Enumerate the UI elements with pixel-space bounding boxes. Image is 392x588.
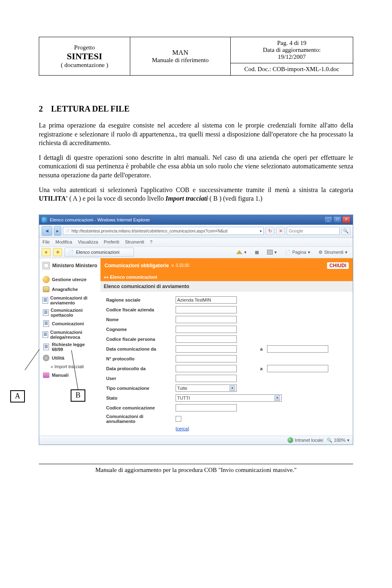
label-tipo: Tipo comunicazione	[105, 383, 174, 393]
menu-view[interactable]: Visualizza	[78, 239, 98, 244]
menu-help[interactable]: ?	[150, 239, 152, 244]
doc-icon	[43, 320, 49, 327]
cerca-link[interactable]: [cerca]	[176, 426, 189, 431]
section-title: 2LETTURA DEL FILE	[39, 104, 353, 114]
search-form: Ragione socialeAzienda TestMIN Codice fi…	[100, 292, 353, 436]
nav-row: ◄ ▸ 📄 http://testsintesi.provincia.milan…	[39, 225, 353, 238]
sidebar-sub-import-tracciati[interactable]: » Import tracciati	[41, 363, 99, 370]
sidebar-item-comunicazioni[interactable]: Comunicazioni	[41, 319, 99, 329]
book-icon	[43, 286, 49, 292]
input-cfa[interactable]	[176, 306, 237, 313]
feeds-button[interactable]: ▦	[252, 248, 262, 256]
label-ragione: Ragione sociale	[105, 295, 174, 305]
label-user: User	[105, 373, 174, 383]
page-footer: Manuale di aggiornamento per la procedur…	[39, 464, 353, 474]
doc-icon	[42, 297, 48, 304]
sidebar-item-richieste-6899[interactable]: Richieste legge 68/99	[41, 341, 99, 353]
section-number: 2	[39, 104, 43, 113]
print-button[interactable]: ▾	[264, 248, 280, 256]
doc-icon	[43, 344, 49, 350]
checkbox-ann[interactable]	[176, 416, 181, 422]
search-box[interactable]: Google	[287, 227, 340, 235]
man: MAN	[134, 49, 226, 57]
zoom-value: 100%	[334, 438, 345, 443]
label-ann: Comunicazioni di annullamento	[105, 413, 174, 425]
label-cfp: Codice fiscale persona	[105, 334, 174, 344]
section-name: LETTURA DEL FILE	[51, 104, 129, 113]
refresh-button[interactable]: ↻	[265, 227, 274, 235]
menu-file[interactable]: File	[42, 239, 50, 244]
doc-icon	[42, 331, 48, 338]
page-menu[interactable]: 📄Pagina▾	[282, 248, 313, 256]
zone-label: Intranet locale	[295, 438, 323, 443]
app-header: Ministero Ministero Comunicazioni obblig…	[39, 258, 353, 273]
menu-edit[interactable]: Modifica	[56, 239, 72, 244]
input-nprot[interactable]	[176, 355, 237, 362]
update-date: 19/12/2007	[235, 54, 349, 60]
gear-icon	[43, 355, 49, 361]
search-button[interactable]: 🔍	[341, 227, 350, 235]
input-data-com-a[interactable]	[267, 345, 328, 353]
tab-row: ★ ✚ 📄 Elenco comunicazioni ▾ ▦ ▾ 📄Pagina…	[39, 247, 353, 258]
form-title: Elenco comunicazioni di avviamento	[100, 281, 353, 292]
callout-line-a	[25, 349, 40, 370]
close-button[interactable]: ×	[342, 216, 350, 223]
tab-icon: 📄	[68, 250, 74, 255]
select-tipo[interactable]: Tutte▾	[176, 385, 237, 392]
titlebar: Elenco comunicazioni - Windows Internet …	[39, 215, 353, 225]
sidebar-item-manuali[interactable]: Manuali	[41, 370, 99, 380]
input-cod[interactable]	[176, 404, 237, 411]
label-data-com: Data comunicazione da	[105, 344, 174, 354]
paragraph-1: La prima operazione da eseguire consiste…	[39, 121, 353, 148]
ie-icon	[42, 217, 47, 223]
stop-button[interactable]: ✕	[276, 227, 285, 235]
page-number: Pag. 4 di 19	[235, 40, 349, 47]
label-cod: Codice comunicazione	[105, 403, 174, 413]
sidebar-item-com-spettacolo[interactable]: Comunicazioni spettacolo	[41, 306, 99, 319]
maximize-button[interactable]: □	[333, 216, 341, 223]
paragraph-3: Una volta autenticati si selezionerà l'a…	[39, 186, 353, 203]
zone-icon	[287, 437, 293, 443]
label-cognome: Cognome	[105, 324, 174, 334]
input-user[interactable]	[176, 375, 237, 382]
tools-menu[interactable]: ⚙Strumenti▾	[316, 248, 350, 256]
input-ragione[interactable]: Azienda TestMIN	[176, 296, 237, 304]
home-button[interactable]: ▾	[233, 248, 249, 256]
label-data-prot: Data protocollo da	[105, 364, 174, 373]
browser-window: Elenco comunicazioni - Windows Internet …	[39, 215, 353, 445]
people-icon	[42, 276, 50, 283]
input-data-com-da[interactable]	[176, 345, 237, 353]
minimize-button[interactable]: _	[324, 216, 332, 223]
chiudi-button[interactable]: CHIUDI	[327, 262, 349, 269]
doc-header-table: Progetto SINTESI ( documentazione ) MAN …	[39, 37, 353, 76]
back-button[interactable]: ◄	[42, 226, 52, 236]
input-cognome[interactable]	[176, 326, 237, 333]
callout-a: A	[10, 390, 25, 402]
chevron-down-icon: ▾	[229, 385, 235, 391]
add-favorite-icon[interactable]: ✚	[53, 248, 62, 256]
label-cfa: Codice fiscale azienda	[105, 305, 174, 315]
address-bar[interactable]: 📄 http://testsintesi.provincia.milano.it…	[63, 227, 264, 235]
menu-tools[interactable]: Strumenti	[125, 239, 144, 244]
page-icon: 📄	[65, 229, 70, 233]
select-stato[interactable]: TUTTI▾	[176, 394, 282, 402]
input-data-prot-da[interactable]	[176, 365, 237, 372]
input-data-prot-a[interactable]	[267, 365, 328, 372]
menu-bar: File Modifica Visualizza Preferiti Strum…	[39, 238, 353, 247]
url-dropdown-icon[interactable]: ▾	[260, 229, 262, 233]
menu-favorites[interactable]: Preferiti	[104, 239, 119, 244]
forward-button[interactable]: ▸	[54, 226, 61, 236]
favorites-star-icon[interactable]: ★	[42, 248, 51, 256]
label-a1: a	[257, 344, 265, 354]
sidebar-item-com-avviamento[interactable]: Comunicazioni di avviamento	[41, 294, 99, 306]
browser-tab[interactable]: 📄 Elenco comunicazioni	[65, 248, 134, 257]
paragraph-2: I dettagli di questre operazioni sono de…	[39, 153, 353, 180]
breadcrumb: »» Elenco comunicazioni	[100, 273, 353, 281]
label-nprot: N° protocollo	[105, 354, 174, 364]
sidebar-item-anagrafiche[interactable]: Anagrafiche	[41, 284, 99, 294]
sidebar-item-gestione-utenze[interactable]: Gestione utenze	[41, 275, 99, 284]
sidebar-item-utilita[interactable]: Utilità	[41, 353, 99, 363]
input-cfp[interactable]	[176, 335, 237, 343]
sidebar-item-com-delega[interactable]: Comunicazioni delega/revoca	[41, 329, 99, 341]
input-nome[interactable]	[176, 316, 237, 323]
